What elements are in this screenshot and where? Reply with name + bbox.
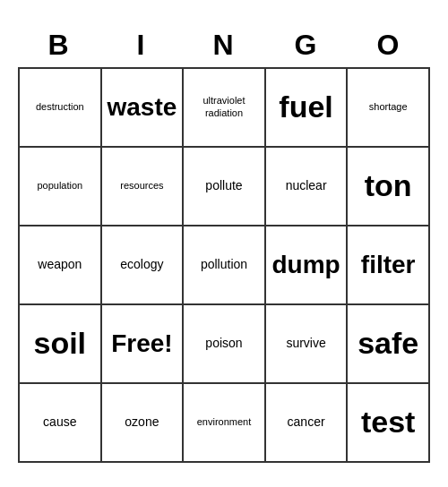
bingo-cell: cause <box>20 384 102 463</box>
bingo-cell: safe <box>348 305 430 384</box>
bingo-cell: soil <box>20 305 102 384</box>
cell-text: weapon <box>38 257 82 272</box>
cell-text: ultraviolet radiation <box>187 95 261 118</box>
cell-text: cancer <box>288 414 325 430</box>
bingo-cell: filter <box>348 226 430 305</box>
bingo-cell: ton <box>348 148 430 226</box>
header-letter: G <box>265 25 348 67</box>
cell-text: resources <box>120 180 163 192</box>
cell-text: cause <box>43 414 76 430</box>
cell-text: Free! <box>111 329 172 359</box>
bingo-cell: weapon <box>20 226 102 305</box>
header-letter: N <box>183 25 265 67</box>
bingo-cell: environment <box>184 384 266 463</box>
cell-text: dump <box>271 250 340 280</box>
bingo-header: BINGO <box>18 25 430 67</box>
bingo-cell: shortage <box>348 69 430 148</box>
bingo-cell: destruction <box>20 69 102 148</box>
bingo-cell: dump <box>266 226 349 305</box>
bingo-cell: ecology <box>102 226 185 305</box>
bingo-cell: Free! <box>102 305 185 384</box>
cell-text: nuclear <box>286 178 327 193</box>
cell-text: fuel <box>279 89 332 125</box>
cell-text: soil <box>34 325 87 362</box>
bingo-cell: test <box>348 384 430 463</box>
bingo-cell: cancer <box>266 384 349 463</box>
bingo-cell: pollute <box>184 148 266 226</box>
cell-text: ozone <box>125 414 159 430</box>
cell-text: population <box>37 180 82 192</box>
cell-text: environment <box>197 416 252 428</box>
header-letter: I <box>100 25 183 67</box>
bingo-cell: survive <box>266 305 349 384</box>
cell-text: pollution <box>201 257 247 272</box>
cell-text: safe <box>358 325 418 362</box>
bingo-card: BINGO destructionwasteultraviolet radiat… <box>18 25 430 463</box>
bingo-cell: pollution <box>184 226 266 305</box>
header-letter: O <box>348 25 430 67</box>
bingo-cell: ultraviolet radiation <box>184 69 266 148</box>
bingo-cell: waste <box>102 69 185 148</box>
bingo-cell: fuel <box>266 69 349 148</box>
cell-text: ton <box>365 167 412 204</box>
header-letter: B <box>18 25 100 67</box>
bingo-cell: resources <box>102 148 185 226</box>
bingo-cell: ozone <box>102 384 185 463</box>
cell-text: destruction <box>36 101 84 113</box>
cell-text: filter <box>361 250 416 280</box>
cell-text: pollute <box>205 178 242 193</box>
cell-text: survive <box>286 336 325 351</box>
cell-text: waste <box>107 92 177 123</box>
bingo-cell: poison <box>184 305 266 384</box>
bingo-cell: population <box>20 148 102 226</box>
bingo-cell: nuclear <box>266 148 349 226</box>
bingo-grid: destructionwasteultraviolet radiationfue… <box>18 67 430 463</box>
cell-text: test <box>361 404 415 440</box>
cell-text: ecology <box>120 257 163 272</box>
cell-text: shortage <box>369 101 408 113</box>
cell-text: poison <box>205 336 242 351</box>
